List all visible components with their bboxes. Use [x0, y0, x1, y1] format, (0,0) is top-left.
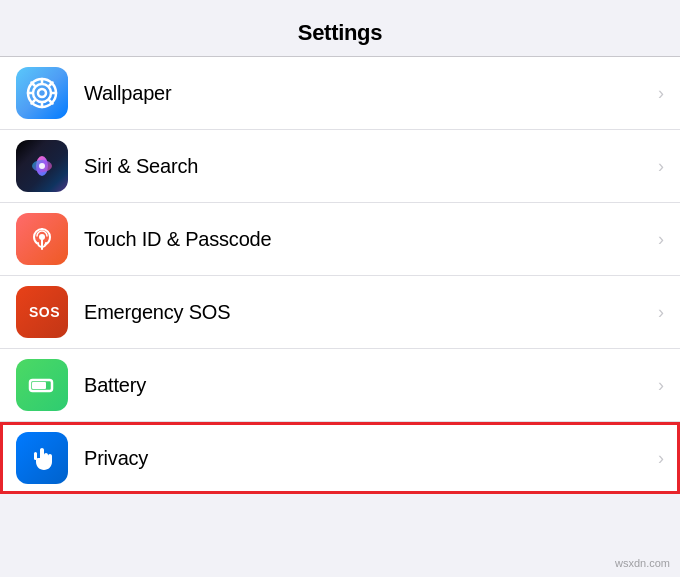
svg-point-1 [33, 84, 51, 102]
wallpaper-label: Wallpaper [84, 82, 650, 105]
sos-chevron: › [658, 302, 664, 323]
settings-item-siri[interactable]: Siri & Search › [0, 130, 680, 203]
sos-label: Emergency SOS [84, 301, 650, 324]
battery-chevron: › [658, 375, 664, 396]
privacy-icon [16, 432, 68, 484]
siri-chevron: › [658, 156, 664, 177]
battery-label: Battery [84, 374, 650, 397]
privacy-label: Privacy [84, 447, 650, 470]
touchid-label: Touch ID & Passcode [84, 228, 650, 251]
privacy-chevron: › [658, 448, 664, 469]
settings-item-privacy[interactable]: Privacy › [0, 422, 680, 494]
settings-item-touchid[interactable]: Touch ID & Passcode › [0, 203, 680, 276]
wallpaper-icon [16, 67, 68, 119]
touchid-icon [16, 213, 68, 265]
touchid-chevron: › [658, 229, 664, 250]
settings-item-wallpaper[interactable]: Wallpaper › [0, 57, 680, 130]
settings-list: Wallpaper › [0, 57, 680, 494]
settings-screen: Settings Wallpaper [0, 0, 680, 577]
page-title: Settings [298, 20, 382, 45]
watermark: wsxdn.com [615, 553, 670, 571]
settings-header: Settings [0, 0, 680, 57]
svg-point-2 [38, 89, 46, 97]
svg-point-13 [39, 163, 45, 169]
settings-item-battery[interactable]: Battery › [0, 349, 680, 422]
svg-rect-17 [32, 382, 46, 389]
svg-rect-18 [34, 452, 37, 460]
svg-text:SOS: SOS [29, 304, 60, 320]
battery-icon [16, 359, 68, 411]
wallpaper-chevron: › [658, 83, 664, 104]
sos-icon: SOS [16, 286, 68, 338]
settings-item-sos[interactable]: SOS Emergency SOS › [0, 276, 680, 349]
siri-icon [16, 140, 68, 192]
siri-label: Siri & Search [84, 155, 650, 178]
